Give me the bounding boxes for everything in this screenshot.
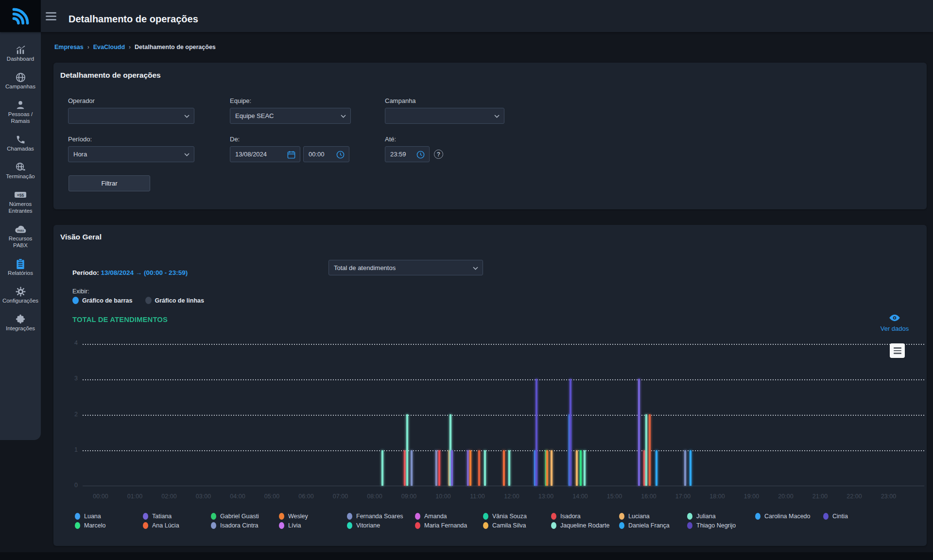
chart-bar[interactable] (503, 450, 505, 486)
chart-bar[interactable] (438, 450, 440, 486)
legend-item[interactable]: Fernanda Soares (347, 513, 415, 520)
page: Detalhamento de operações 7 Lucas Vanini… (0, 0, 933, 560)
help-icon[interactable]: ? (434, 150, 443, 159)
cloud-pabx-icon: PABX (14, 223, 27, 235)
legend-item[interactable]: Camila Silva (483, 522, 551, 529)
sidebar-item-campanhas[interactable]: Campanhas (0, 71, 41, 90)
chart-bar[interactable] (484, 450, 486, 486)
chart-bar[interactable] (684, 450, 686, 486)
chart-bar[interactable] (649, 414, 651, 486)
legend-marker-icon (551, 513, 556, 520)
sidebar-item-dashboard[interactable]: Dashboard (0, 44, 41, 62)
x-axis-label: 21:00 (807, 493, 834, 500)
legend-marker-icon (619, 513, 624, 520)
chart-bar[interactable] (551, 450, 553, 486)
radio-grafico-de-linhas[interactable]: Gráfico de linhas (145, 297, 204, 304)
operador-select[interactable] (68, 108, 194, 124)
ate-time-input[interactable]: 23:59 (385, 146, 430, 162)
legend-item[interactable]: Jaqueline Rodarte (551, 522, 619, 529)
calendar-icon[interactable] (287, 150, 296, 159)
ver-dados-link[interactable]: Ver dados (861, 314, 929, 332)
legend-item[interactable]: Ana Lúcia (143, 522, 211, 529)
legend-item[interactable]: Isadora Cintra (211, 522, 279, 529)
legend-item[interactable]: Wesley (279, 513, 347, 520)
legend-item[interactable]: Cintia (823, 513, 891, 520)
chart-bar[interactable] (690, 450, 691, 486)
legend-item[interactable]: Vânia Souza (483, 513, 551, 520)
chart-bar[interactable] (580, 450, 582, 486)
breadcrumb-link-empresas[interactable]: Empresas (54, 44, 84, 51)
chart-bar[interactable] (478, 450, 480, 486)
filter-card: Detalhamento de operações Operador Equip… (53, 63, 927, 209)
filtrar-button[interactable]: Filtrar (69, 175, 150, 191)
chart-bar[interactable] (576, 450, 578, 486)
metric-select[interactable]: Total de atendimentos (328, 260, 483, 275)
chart-bar[interactable] (584, 450, 586, 486)
chart-bar[interactable] (546, 450, 548, 486)
sidebar-item-recursos-pabx[interactable]: PABX Recursos PABX (0, 223, 41, 249)
sidebar-item-terminacao[interactable]: Terminação (0, 161, 41, 180)
clock-icon[interactable] (416, 150, 425, 159)
chart-bar[interactable] (536, 379, 537, 486)
chart-bar[interactable] (570, 379, 571, 486)
legend-item[interactable]: Vitoriane (347, 522, 415, 529)
legend-item[interactable]: Amanda (415, 513, 483, 520)
chart-bar[interactable] (435, 450, 437, 486)
app-logo[interactable] (0, 0, 41, 32)
sidebar-item-chamadas[interactable]: Chamadas (0, 134, 41, 152)
chart-context-menu-button[interactable] (890, 343, 905, 358)
clock-icon[interactable] (336, 150, 345, 159)
chart-bar[interactable] (656, 450, 657, 486)
legend-item[interactable]: Thiago Negrijo (687, 522, 755, 529)
de-time-input[interactable]: 00:00 (303, 146, 349, 162)
legend-item[interactable]: Maria Fernanda (415, 522, 483, 529)
legend-item[interactable]: Tatiana (143, 513, 211, 520)
periodo-select[interactable]: Hora (68, 146, 194, 162)
x-axis-label: 04:00 (224, 493, 251, 500)
de-date-input[interactable]: 13/08/2024 (230, 146, 300, 162)
legend-item[interactable]: Carolina Macedo (755, 513, 823, 520)
overview-card-title: Visão Geral (60, 233, 102, 241)
bar-chart-icon (15, 44, 26, 55)
campanha-select[interactable] (385, 108, 504, 124)
chart-bar[interactable] (406, 414, 408, 486)
legend-item[interactable]: Isadora (551, 513, 619, 520)
sidebar-item-pessoas-ramais[interactable]: Pessoas / Ramais (0, 99, 41, 124)
x-axis-label: 00:00 (87, 493, 114, 500)
menu-toggle-icon[interactable] (46, 12, 56, 20)
chart-type-radios: Gráfico de barras Gráfico de linhas (72, 297, 204, 304)
chart-bar[interactable] (508, 450, 510, 486)
chart-bar[interactable] (404, 450, 406, 486)
legend-item[interactable]: Daniela França (619, 522, 687, 529)
y-axis-label: 1 (60, 446, 78, 453)
chart-bar[interactable] (638, 379, 640, 486)
chart-bar[interactable] (467, 450, 469, 486)
equipe-select[interactable]: Equipe SEAC (230, 108, 351, 124)
chart-bar[interactable] (451, 450, 453, 486)
legend-item[interactable]: Lívia (279, 522, 347, 529)
legend-item[interactable]: Marcelo (75, 522, 143, 529)
sidebar-item-configuracoes[interactable]: Configurações (0, 286, 41, 304)
legend-name: Fernanda Soares (356, 513, 403, 520)
legend-marker-icon (143, 513, 148, 520)
sidebar-item-numeros-entrantes[interactable]: +55 Números Entrantes (0, 189, 41, 214)
chart-bar[interactable] (381, 450, 383, 486)
topbar: Detalhamento de operações 7 Lucas Vanini… (0, 0, 933, 32)
legend-item[interactable]: Luciana (619, 513, 687, 520)
radio-grafico-de-barras[interactable]: Gráfico de barras (72, 297, 133, 304)
breadcrumb-link-evacloudd[interactable]: EvaCloudd (93, 44, 125, 51)
legend-name: Marcelo (84, 522, 105, 529)
chart-bar[interactable] (411, 450, 413, 486)
x-axis-label: 03:00 (190, 493, 217, 500)
x-axis-label: 23:00 (875, 493, 902, 500)
legend-item[interactable]: Luana (75, 513, 143, 520)
operador-label: Operador (68, 97, 95, 104)
legend-name: Gabriel Guasti (220, 513, 259, 520)
legend-item[interactable]: Juliana (687, 513, 755, 520)
sidebar-item-integracoes[interactable]: Integrações (0, 313, 41, 332)
sidebar-item-relatorios[interactable]: Relatórios (0, 258, 41, 276)
chart-bar[interactable] (645, 414, 647, 486)
legend-name: Amanda (424, 513, 447, 520)
legend-item[interactable]: Gabriel Guasti (211, 513, 279, 520)
chart-bar[interactable] (469, 450, 471, 486)
